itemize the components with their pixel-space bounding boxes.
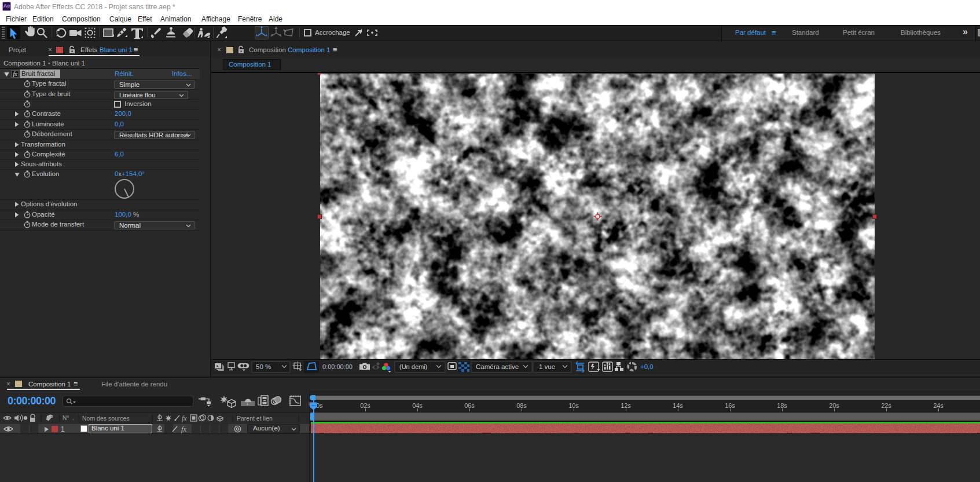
svg-text:Nom des sources: Nom des sources bbox=[82, 415, 130, 422]
svg-text:Parent et lien: Parent et lien bbox=[237, 415, 273, 422]
svg-text:fx: fx bbox=[182, 414, 187, 422]
svg-text:1 vue: 1 vue bbox=[539, 363, 555, 370]
svg-text:(Un demi): (Un demi) bbox=[399, 363, 427, 370]
svg-text:50 %: 50 % bbox=[256, 363, 271, 370]
svg-text:.: . bbox=[72, 414, 74, 421]
svg-text:+0,0: +0,0 bbox=[640, 363, 654, 370]
svg-text:fx: fx bbox=[181, 425, 186, 433]
svg-text:Caméra active: Caméra active bbox=[476, 363, 519, 370]
svg-text:N°: N° bbox=[63, 415, 69, 421]
svg-text:0:00:00:00: 0:00:00:00 bbox=[322, 363, 353, 370]
